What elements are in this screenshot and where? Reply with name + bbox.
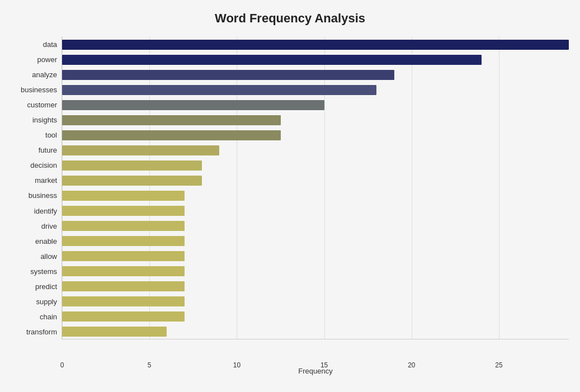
y-label: supply <box>11 298 57 305</box>
bar <box>62 296 185 306</box>
bar-row <box>62 99 569 111</box>
bar <box>62 115 281 125</box>
y-label: transform <box>11 328 57 336</box>
y-label: systems <box>11 268 57 275</box>
bar <box>62 160 202 171</box>
bar-row <box>62 144 569 157</box>
y-label: insights <box>11 116 57 124</box>
bar-row <box>62 69 569 81</box>
bar <box>62 311 185 322</box>
bar-row <box>62 114 569 126</box>
y-label: business <box>11 192 57 199</box>
bar <box>62 266 185 276</box>
bar <box>62 100 324 110</box>
bar <box>62 55 482 65</box>
bar-row <box>62 84 569 96</box>
y-label: analyze <box>11 71 57 78</box>
bar <box>62 236 185 246</box>
y-label: customer <box>11 101 57 108</box>
bar-row <box>62 159 569 172</box>
y-label: tool <box>11 131 57 139</box>
bar-row <box>62 174 569 187</box>
y-label: drive <box>11 223 57 230</box>
plot-area: 0510152025 Frequency <box>62 37 569 339</box>
bar-row <box>62 325 569 338</box>
y-label: identify <box>11 207 57 215</box>
bar <box>62 251 185 261</box>
chart-title: Word Frequency Analysis <box>11 11 569 26</box>
x-axis-label: Frequency <box>62 367 569 375</box>
bar <box>62 221 185 231</box>
bar-row <box>62 235 569 247</box>
bar <box>62 191 185 201</box>
bar-row <box>62 54 569 66</box>
bar <box>62 281 185 291</box>
bar-row <box>62 265 569 277</box>
bar-row <box>62 250 569 262</box>
y-label: businesses <box>11 86 57 93</box>
y-label: enable <box>11 238 57 245</box>
y-label: predict <box>11 283 57 290</box>
bar <box>62 206 185 216</box>
bar <box>62 40 569 50</box>
y-label: data <box>11 41 57 48</box>
y-label: market <box>11 177 57 184</box>
bar <box>62 70 394 80</box>
bar-row <box>62 310 569 323</box>
bar <box>62 85 376 95</box>
bar-row <box>62 190 569 202</box>
bar <box>62 130 281 140</box>
bar-row <box>62 129 569 141</box>
bar-row <box>62 39 569 51</box>
bar-row <box>62 205 569 217</box>
chart-container: Word Frequency Analysis datapoweranalyze… <box>0 0 580 392</box>
bar <box>62 176 202 186</box>
y-label: future <box>11 147 57 154</box>
y-label: power <box>11 56 57 63</box>
bar-row <box>62 220 569 232</box>
chart-area: datapoweranalyzebusinessescustomerinsigh… <box>11 37 569 339</box>
y-label: allow <box>11 253 57 260</box>
y-label: decision <box>11 162 57 169</box>
bar-row <box>62 295 569 308</box>
bar <box>62 327 167 337</box>
bar <box>62 145 219 155</box>
y-axis: datapoweranalyzebusinessescustomerinsigh… <box>11 37 62 339</box>
y-label: chain <box>11 313 57 320</box>
bar-row <box>62 280 569 292</box>
